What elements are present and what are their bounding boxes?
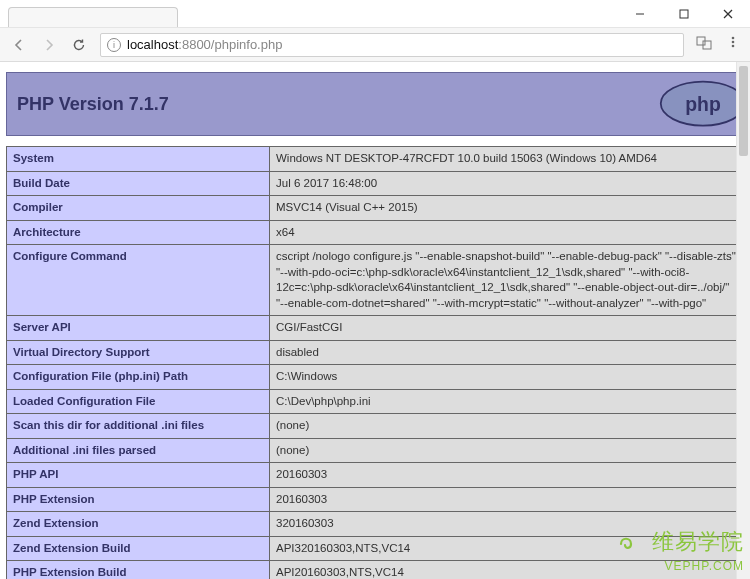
forward-button[interactable] — [40, 36, 58, 54]
config-value: MSVC14 (Visual C++ 2015) — [270, 196, 744, 221]
config-key: Configure Command — [7, 245, 270, 316]
table-row: PHP Extension BuildAPI20160303,NTS,VC14 — [7, 561, 744, 579]
config-value: API320160303,NTS,VC14 — [270, 536, 744, 561]
config-key: Build Date — [7, 171, 270, 196]
url-path: /phpinfo.php — [211, 37, 283, 52]
table-row: Build DateJul 6 2017 16:48:00 — [7, 171, 744, 196]
config-value: Windows NT DESKTOP-47RCFDT 10.0 build 15… — [270, 147, 744, 172]
config-value: CGI/FastCGI — [270, 316, 744, 341]
config-value: (none) — [270, 414, 744, 439]
address-bar: i localhost:8800/phpinfo.php — [0, 28, 750, 62]
svg-point-6 — [732, 37, 735, 40]
config-value: C:\Windows — [270, 365, 744, 390]
svg-text:php: php — [685, 93, 721, 115]
config-value: x64 — [270, 220, 744, 245]
vertical-scrollbar[interactable] — [736, 62, 750, 579]
page-viewport: PHP Version 7.1.7 php SystemWindows NT D… — [0, 62, 750, 579]
scrollbar-thumb[interactable] — [739, 66, 748, 156]
tab-strip — [0, 0, 618, 27]
back-button[interactable] — [10, 36, 28, 54]
config-key: Server API — [7, 316, 270, 341]
config-key: System — [7, 147, 270, 172]
table-row: Zend Extension320160303 — [7, 512, 744, 537]
config-key: Zend Extension Build — [7, 536, 270, 561]
table-row: CompilerMSVC14 (Visual C++ 2015) — [7, 196, 744, 221]
table-row: Architecturex64 — [7, 220, 744, 245]
svg-rect-1 — [680, 10, 688, 18]
config-key: Scan this dir for additional .ini files — [7, 414, 270, 439]
table-row: Server APICGI/FastCGI — [7, 316, 744, 341]
page-title: PHP Version 7.1.7 — [17, 94, 169, 115]
table-row: Scan this dir for additional .ini files(… — [7, 414, 744, 439]
config-value: Jul 6 2017 16:48:00 — [270, 171, 744, 196]
config-key: PHP API — [7, 463, 270, 488]
svg-point-8 — [732, 45, 735, 48]
table-row: Configuration File (php.ini) PathC:\Wind… — [7, 365, 744, 390]
config-key: Configuration File (php.ini) Path — [7, 365, 270, 390]
window-close[interactable] — [706, 0, 750, 28]
table-row: Additional .ini files parsed(none) — [7, 438, 744, 463]
config-value: disabled — [270, 340, 744, 365]
table-row: Loaded Configuration FileC:\Dev\php\php.… — [7, 389, 744, 414]
window-titlebar — [0, 0, 750, 28]
config-value: API20160303,NTS,VC14 — [270, 561, 744, 579]
window-minimize[interactable] — [618, 0, 662, 28]
config-key: PHP Extension — [7, 487, 270, 512]
table-row: PHP Extension20160303 — [7, 487, 744, 512]
config-value: (none) — [270, 438, 744, 463]
config-key: PHP Extension Build — [7, 561, 270, 579]
window-controls — [618, 0, 750, 27]
url-input[interactable]: i localhost:8800/phpinfo.php — [100, 33, 684, 57]
browser-tab[interactable] — [8, 7, 178, 27]
site-info-icon[interactable]: i — [107, 38, 121, 52]
config-value: 20160303 — [270, 463, 744, 488]
config-key: Additional .ini files parsed — [7, 438, 270, 463]
phpinfo-banner: PHP Version 7.1.7 php — [6, 72, 744, 136]
menu-icon[interactable] — [726, 35, 740, 54]
window-maximize[interactable] — [662, 0, 706, 28]
phpinfo-table: SystemWindows NT DESKTOP-47RCFDT 10.0 bu… — [6, 146, 744, 579]
config-value: cscript /nologo configure.js "--enable-s… — [270, 245, 744, 316]
table-row: Virtual Directory Supportdisabled — [7, 340, 744, 365]
config-value: 320160303 — [270, 512, 744, 537]
table-row: Configure Commandcscript /nologo configu… — [7, 245, 744, 316]
config-key: Zend Extension — [7, 512, 270, 537]
table-row: SystemWindows NT DESKTOP-47RCFDT 10.0 bu… — [7, 147, 744, 172]
config-key: Compiler — [7, 196, 270, 221]
svg-point-7 — [732, 41, 735, 44]
config-key: Virtual Directory Support — [7, 340, 270, 365]
table-row: PHP API20160303 — [7, 463, 744, 488]
config-key: Architecture — [7, 220, 270, 245]
reload-button[interactable] — [70, 36, 88, 54]
php-logo: php — [659, 79, 747, 129]
table-row: Zend Extension BuildAPI320160303,NTS,VC1… — [7, 536, 744, 561]
config-value: 20160303 — [270, 487, 744, 512]
config-value: C:\Dev\php\php.ini — [270, 389, 744, 414]
config-key: Loaded Configuration File — [7, 389, 270, 414]
url-host: localhost — [127, 37, 178, 52]
translate-icon[interactable] — [696, 35, 712, 54]
url-port: :8800 — [178, 37, 211, 52]
